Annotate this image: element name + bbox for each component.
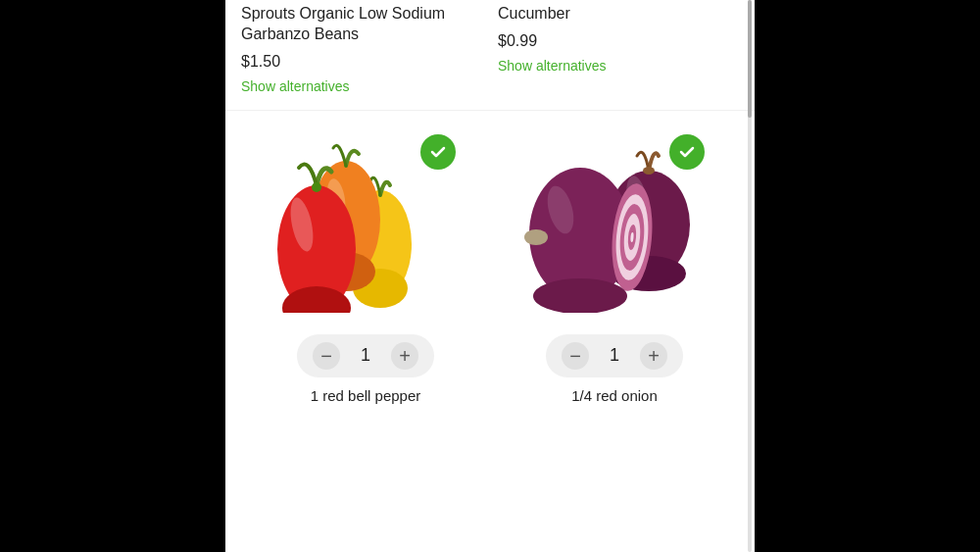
left-product-price: $1.50 [241,53,482,71]
left-quantity-control: − 1 + [297,334,434,377]
right-check-badge [669,134,705,170]
right-quantity-increase-button[interactable]: + [640,342,667,370]
right-show-alternatives-button[interactable]: Show alternatives [498,58,739,74]
left-quantity-decrease-button[interactable]: − [313,342,340,370]
left-show-alternatives-button[interactable]: Show alternatives [241,78,482,94]
right-product-name: Cucumber [498,4,739,25]
svg-point-22 [524,229,548,245]
right-quantity-value: 1 [605,345,624,366]
right-quantity-decrease-button[interactable]: − [562,342,589,370]
scrollbar-thumb[interactable] [748,0,752,118]
right-product-label: 1/4 red onion [571,387,658,404]
products-section: − 1 + 1 red bell pepper [225,111,755,412]
left-product-label: 1 red bell pepper [311,387,421,404]
right-product-price: $0.99 [498,32,739,50]
left-product-image-area [268,126,464,323]
left-check-badge [420,134,456,170]
svg-point-13 [643,167,655,175]
left-quantity-value: 1 [356,345,375,366]
right-product-info: Cucumber $0.99 Show alternatives [494,4,739,94]
left-quantity-increase-button[interactable]: + [391,342,418,370]
right-product-card: − 1 + 1/4 red onion [490,119,739,412]
left-product-name: Sprouts Organic Low Sodium Garbanzo Bean… [241,4,482,45]
left-product-info: Sprouts Organic Low Sodium Garbanzo Bean… [241,4,494,94]
scrollbar[interactable] [748,0,752,552]
right-product-image-area [516,126,712,323]
svg-point-9 [312,182,321,192]
right-quantity-control: − 1 + [546,334,683,377]
svg-point-21 [533,278,627,313]
left-product-card: − 1 + 1 red bell pepper [241,119,490,412]
top-products-info: Sprouts Organic Low Sodium Garbanzo Bean… [225,0,755,111]
